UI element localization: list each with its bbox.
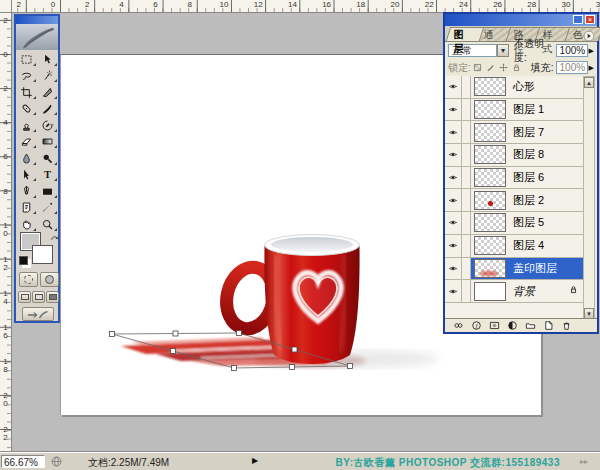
- type-tool[interactable]: T: [37, 167, 58, 184]
- visibility-toggle[interactable]: [445, 189, 462, 211]
- adjustment-layer-button[interactable]: [507, 317, 518, 335]
- layer-row-main[interactable]: 图层 7: [471, 121, 585, 143]
- lock-all-icon: [511, 62, 522, 73]
- fill-field[interactable]: 100%: [556, 61, 588, 74]
- path-selection-tool[interactable]: [16, 167, 37, 184]
- notes-tool-icon: [20, 201, 33, 214]
- standard-screen-button[interactable]: [18, 291, 31, 303]
- status-menu-arrow-icon[interactable]: ▶: [252, 456, 258, 465]
- chevron-down-icon[interactable]: ▼: [497, 44, 509, 57]
- layer-row-图层 7[interactable]: 图层 7: [445, 121, 585, 144]
- visibility-toggle[interactable]: [445, 280, 462, 302]
- crop-tool[interactable]: [16, 84, 37, 101]
- layer-row-图层 2[interactable]: 图层 2: [445, 189, 585, 212]
- link-cell: [462, 76, 471, 98]
- eyedropper-tool[interactable]: [37, 200, 58, 217]
- visibility-toggle[interactable]: [445, 76, 462, 98]
- pen-tool-icon: [20, 185, 33, 198]
- layer-row-main[interactable]: 图层 1: [471, 99, 585, 121]
- visibility-toggle[interactable]: [445, 212, 462, 234]
- layer-row-main[interactable]: 盖印图层: [471, 258, 585, 280]
- layer-thumbnail: [474, 259, 506, 278]
- new-group-button[interactable]: [525, 317, 536, 335]
- tab-图层[interactable]: 图层: [446, 27, 484, 41]
- blur-tool[interactable]: [16, 150, 37, 167]
- swap-colors-icon[interactable]: [49, 230, 60, 241]
- layer-row-main[interactable]: 心形: [471, 76, 585, 98]
- new-layer-button[interactable]: [543, 317, 554, 335]
- delete-layer-button[interactable]: [561, 317, 572, 335]
- notes-tool[interactable]: [16, 200, 37, 217]
- visibility-toggle[interactable]: [445, 235, 462, 257]
- add-layer-mask-button[interactable]: [489, 317, 500, 335]
- panel-titlebar[interactable]: ×: [445, 14, 597, 26]
- quick-mask-mode-button[interactable]: [40, 272, 59, 287]
- edit-in-imageready-button[interactable]: [22, 307, 54, 321]
- visibility-toggle[interactable]: [445, 99, 462, 121]
- move-tool[interactable]: [37, 51, 58, 68]
- background-color-swatch[interactable]: [32, 245, 53, 264]
- layer-row-图层 5[interactable]: 图层 5: [445, 212, 585, 235]
- ruler-label: 2: [0, 85, 11, 93]
- lock-image-button[interactable]: [484, 61, 497, 74]
- lock-transparency-button[interactable]: [471, 61, 484, 74]
- opacity-field[interactable]: 100%: [556, 44, 588, 57]
- lock-position-button[interactable]: [497, 61, 510, 74]
- layer-list-scrollbar[interactable]: ▲ ▼: [583, 76, 595, 320]
- eye-icon: [447, 128, 459, 137]
- layer-row-main[interactable]: 图层 4: [471, 235, 585, 257]
- healing-brush-tool[interactable]: [16, 101, 37, 118]
- shape-tool[interactable]: [37, 183, 58, 200]
- scroll-up-icon[interactable]: ▲: [584, 77, 594, 88]
- lasso-tool-icon: [20, 69, 33, 82]
- history-brush-tool[interactable]: [37, 117, 58, 134]
- layer-row-main[interactable]: 背景: [471, 280, 585, 302]
- eraser-tool[interactable]: [16, 134, 37, 151]
- visibility-toggle[interactable]: [445, 144, 462, 166]
- layer-row-main[interactable]: 图层 2: [471, 189, 585, 211]
- lock-all-button[interactable]: [510, 61, 523, 74]
- gradient-tool-icon: [41, 135, 54, 148]
- visibility-toggle[interactable]: [445, 258, 462, 280]
- slice-tool[interactable]: [37, 84, 58, 101]
- pen-tool[interactable]: [16, 183, 37, 200]
- panel-collapse-button[interactable]: [573, 15, 583, 24]
- layer-style-button[interactable]: f: [471, 317, 482, 335]
- panel-close-button[interactable]: ×: [585, 15, 595, 24]
- layer-row-main[interactable]: 图层 6: [471, 167, 585, 189]
- layer-row-背景[interactable]: 背景: [445, 280, 585, 303]
- clone-stamp-tool[interactable]: [16, 117, 37, 134]
- lasso-tool[interactable]: [16, 68, 37, 85]
- rectangular-marquee-tool[interactable]: [16, 51, 37, 68]
- layer-row-main[interactable]: 图层 8: [471, 144, 585, 166]
- zoom-level-field[interactable]: 66.67%: [1, 455, 45, 468]
- default-colors-icon[interactable]: [19, 256, 28, 265]
- fill-spinner-icon[interactable]: ▶: [589, 64, 594, 72]
- layer-row-main[interactable]: 图层 5: [471, 212, 585, 234]
- layer-row-图层 1[interactable]: 图层 1: [445, 99, 585, 122]
- lock-row: 锁定: 填充: 100% ▶: [445, 59, 597, 76]
- fullscreen-button[interactable]: [46, 291, 59, 303]
- layer-row-图层 4[interactable]: 图层 4: [445, 235, 585, 258]
- toolbox-titlebar[interactable]: [16, 16, 58, 24]
- visibility-toggle[interactable]: [445, 121, 462, 143]
- dodge-tool[interactable]: [37, 150, 58, 167]
- ruler-label: 12: [250, 0, 266, 9]
- ruler-label: 28: [524, 0, 540, 9]
- layer-row-盖印图层[interactable]: 盖印图层: [445, 258, 585, 281]
- layer-row-图层 8[interactable]: 图层 8: [445, 144, 585, 167]
- gradient-tool[interactable]: [37, 134, 58, 151]
- ruler-label: 1 6: [0, 324, 11, 340]
- magic-wand-tool[interactable]: [37, 68, 58, 85]
- layer-thumbnail: [474, 282, 506, 301]
- layer-row-心形[interactable]: 心形: [445, 76, 585, 99]
- standard-mode-button[interactable]: [19, 272, 38, 287]
- fullscreen-menubar-button[interactable]: [32, 291, 45, 303]
- brush-tool[interactable]: [37, 101, 58, 118]
- panel-menu-button[interactable]: [583, 28, 595, 40]
- link-layers-button[interactable]: [453, 317, 464, 335]
- visibility-toggle[interactable]: [445, 167, 462, 189]
- layer-name: 图层 6: [513, 170, 544, 185]
- opacity-spinner-icon[interactable]: ▶: [589, 47, 594, 55]
- layer-row-图层 6[interactable]: 图层 6: [445, 167, 585, 190]
